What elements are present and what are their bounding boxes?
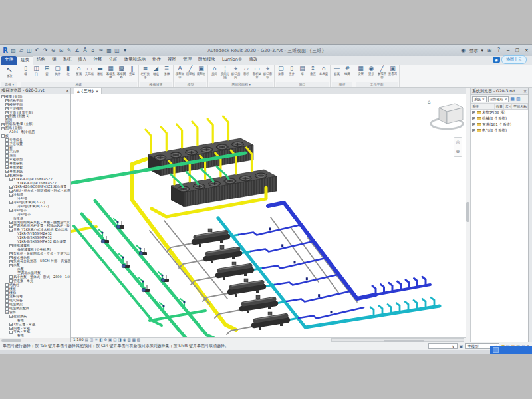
ribbon-panel-name[interactable]: 工作平面 bbox=[356, 82, 398, 87]
expand-icon[interactable]: + bbox=[5, 287, 9, 291]
ribbon-button-幕墙系统[interactable]: ▦幕墙系统 bbox=[106, 65, 116, 79]
ribbon-button-墙[interactable]: ▤墙 bbox=[297, 65, 307, 79]
ribbon-button-模型组[interactable]: ▣模型组 bbox=[196, 65, 206, 79]
expand-icon[interactable]: + bbox=[5, 162, 9, 166]
expand-icon[interactable]: + bbox=[9, 252, 13, 255]
print-icon[interactable]: ⊖ bbox=[50, 47, 57, 54]
ribbon-tab-注释[interactable]: 注释 bbox=[90, 56, 106, 65]
expand-icon[interactable]: + bbox=[5, 291, 9, 295]
ribbon-button-房间分隔[interactable]: ¦房间分隔 bbox=[220, 65, 230, 79]
undo-icon[interactable]: ↶ bbox=[34, 47, 41, 54]
ribbon-panel-name[interactable]: 房间和面积 ▾ bbox=[209, 82, 273, 87]
text-icon[interactable]: A bbox=[82, 47, 88, 54]
expand-icon[interactable]: + bbox=[5, 154, 9, 158]
navigation-bar[interactable]: ◎⊕ bbox=[454, 137, 462, 157]
ribbon-tab-文件[interactable]: 文件 bbox=[1, 56, 17, 65]
expand-icon[interactable]: + bbox=[9, 225, 13, 228]
system-row[interactable]: +管道(181 个系统) bbox=[471, 122, 528, 128]
expand-icon[interactable]: + bbox=[9, 275, 13, 279]
steering-wheel-icon[interactable]: ◎ bbox=[456, 140, 460, 145]
collapse-icon[interactable]: − bbox=[1, 134, 5, 138]
customize-icon[interactable]: ▾ bbox=[122, 47, 128, 54]
cooling-towers[interactable] bbox=[146, 116, 277, 207]
canvas-vscrollbar[interactable] bbox=[466, 88, 471, 342]
ribbon-button-显示[interactable]: ◉显示 bbox=[366, 65, 376, 79]
ribbon-button-参照平面[interactable]: ╱参照平面 bbox=[377, 65, 387, 79]
save-icon[interactable]: ◫ bbox=[26, 47, 33, 54]
expand-icon[interactable]: + bbox=[472, 111, 475, 114]
expand-icon[interactable]: + bbox=[5, 158, 9, 162]
ribbon-button-墙[interactable]: ▯墙 bbox=[21, 65, 31, 79]
ribbon-button-坡道[interactable]: ◢坡道 bbox=[151, 65, 161, 79]
ribbon-button-模型文字[interactable]: A模型文字 bbox=[175, 65, 185, 79]
expand-icon[interactable]: + bbox=[5, 99, 9, 102]
app-store-icon[interactable]: ⊞ bbox=[486, 47, 493, 54]
ribbon-button-楼板[interactable]: ▬楼板 bbox=[95, 65, 105, 79]
collapse-icon[interactable]: − bbox=[9, 331, 13, 334]
ribbon-button-竖梃[interactable]: ∥竖梃 bbox=[127, 65, 137, 79]
ribbon-button-轴网[interactable]: #轴网 bbox=[342, 65, 352, 79]
ribbon-tab-分析[interactable]: 分析 bbox=[106, 56, 121, 65]
ribbon-tab-钢[interactable]: 钢 bbox=[49, 56, 60, 65]
collapse-icon[interactable]: − bbox=[5, 311, 9, 314]
collapse-icon[interactable]: − bbox=[9, 229, 13, 232]
ribbon-panel-name[interactable]: 构建 bbox=[21, 82, 137, 87]
viewcube-home-icon[interactable]: ⌂ bbox=[428, 99, 431, 105]
ribbon-panel-name[interactable]: 楼梯坡道 bbox=[140, 82, 172, 87]
expand-icon[interactable]: + bbox=[9, 327, 13, 330]
expand-icon[interactable]: + bbox=[9, 256, 13, 259]
expand-icon[interactable]: + bbox=[9, 186, 13, 189]
ribbon-button-窗[interactable]: ⊞窗 bbox=[42, 65, 52, 79]
tree-item[interactable]: +AHU - 组合式 - 固定模板 - 卧式 - 标准 - 2000 - 300… bbox=[0, 189, 70, 193]
close-button[interactable]: ✕ bbox=[523, 48, 530, 53]
expand-icon[interactable]: + bbox=[472, 123, 475, 126]
expand-icon[interactable]: + bbox=[5, 166, 9, 169]
ribbon-tab-结构[interactable]: 结构 bbox=[33, 56, 49, 65]
ribbon-panel-name[interactable]: 基准 bbox=[332, 82, 352, 87]
collapse-icon[interactable]: − bbox=[9, 315, 13, 318]
taskbar-app-icon[interactable] bbox=[493, 347, 499, 353]
expand-icon[interactable]: + bbox=[472, 117, 475, 120]
expand-icon[interactable]: + bbox=[9, 279, 13, 283]
expand-icon[interactable]: + bbox=[5, 307, 9, 311]
expand-icon[interactable]: + bbox=[472, 129, 475, 132]
minimize-button[interactable]: ─ bbox=[505, 48, 511, 53]
ribbon-tab-建筑[interactable]: 建筑 bbox=[17, 56, 33, 65]
ribbon-tab-管理[interactable]: 管理 bbox=[180, 56, 195, 65]
ribbon-button-修改[interactable]: ↖修改 bbox=[1, 65, 17, 81]
expand-icon[interactable]: + bbox=[5, 107, 9, 110]
section-icon[interactable]: ✂ bbox=[98, 47, 104, 54]
ribbon-button-标高[interactable]: ―标高 bbox=[332, 65, 342, 79]
expand-icon[interactable]: + bbox=[5, 170, 9, 173]
ribbon-button-楼梯[interactable]: ≣楼梯 bbox=[162, 65, 172, 79]
open-icon[interactable]: ▱ bbox=[18, 47, 25, 54]
expand-icon[interactable]: + bbox=[9, 221, 13, 224]
collapse-icon[interactable]: − bbox=[1, 127, 5, 130]
collapse-icon[interactable]: − bbox=[9, 178, 13, 181]
expand-icon[interactable]: + bbox=[5, 103, 9, 106]
ribbon-button-老虎窗[interactable]: ⌂老虎窗 bbox=[319, 65, 329, 79]
ribbon-button-幕墙网格[interactable]: ▩幕墙网格 bbox=[116, 65, 126, 79]
ribbon-tab-体量和场地[interactable]: 体量和场地 bbox=[121, 56, 150, 65]
system-column-空间名称[interactable]: 空间名称 bbox=[512, 104, 528, 109]
tree-item[interactable]: +泵机组 - 装配图纸式 - 立式 - 下进下出 bbox=[0, 252, 70, 256]
revit-logo[interactable]: R bbox=[2, 47, 9, 54]
system-column-系统[interactable]: 系统 bbox=[471, 104, 495, 109]
tree-item[interactable]: +风冷热泵 - 整体式 - 卧式 - 2800 - 14000 kW bbox=[0, 275, 70, 279]
ribbon-button-栏杆扶手[interactable]: ≡栏杆扶手 bbox=[140, 65, 150, 79]
cloud-collaborate-button[interactable]: 协同上云 bbox=[501, 55, 527, 64]
expand-icon[interactable]: + bbox=[5, 283, 9, 287]
system-browser-close-icon[interactable]: ✕ bbox=[523, 89, 527, 94]
ribbon-button-模型线[interactable]: ╱模型线 bbox=[186, 65, 196, 79]
ribbon-button-竖井[interactable]: ▯竖井 bbox=[287, 65, 297, 79]
ribbon-button-天花板[interactable]: ▭天花板 bbox=[84, 65, 94, 79]
collapse-icon[interactable]: − bbox=[9, 194, 13, 197]
discipline-dropdown[interactable]: 全部规程∨ bbox=[488, 96, 509, 102]
ribbon-button-标记房间[interactable]: ⌖标记房间 bbox=[231, 65, 241, 79]
ribbon-button-柱[interactable]: ▮柱 bbox=[63, 65, 73, 79]
editable-only-icon[interactable]: ▣ bbox=[460, 344, 464, 348]
switch-windows-icon[interactable]: ◫ bbox=[114, 47, 120, 54]
expand-icon[interactable]: + bbox=[5, 146, 9, 150]
collapse-icon[interactable]: − bbox=[5, 174, 9, 177]
system-row[interactable]: +机械(8 个系统) bbox=[471, 116, 528, 122]
